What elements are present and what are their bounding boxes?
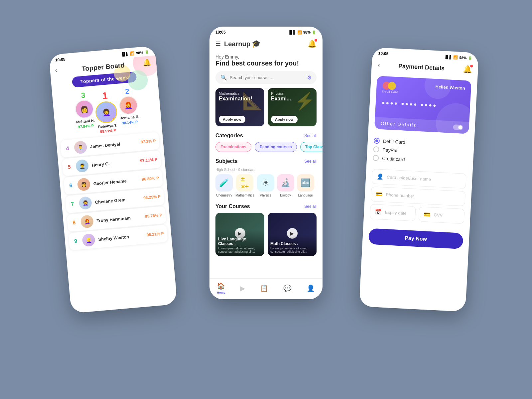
top3-container: 3 👩 Mehtani H. 97.84% P 1 👩‍🦱 👑 Rehanya … [52,82,162,139]
nav-video[interactable]: ▶ [240,284,245,292]
nav-profile[interactable]: 👤 [307,284,315,292]
rank-score-7: 96.25% P [143,194,161,200]
center-phone: 10:05 ▐▌▌ 📶 98% 🔋 ☰ Learnup 🎓 🔔 Hey Emmy… [209,27,323,299]
subject-biology[interactable]: 🔬 Biology [277,174,294,197]
rank-score-9: 95.21% P [146,231,164,237]
credit-card: Debit Card Hellen Waston ●●●● ●●●● ●●●● … [374,76,471,134]
avatar-rank3: 👩 [74,99,94,119]
card-logo [382,81,399,90]
right-phone-content: ‹ Payment Details 🔔 Debit Card Hellen Wa… [359,57,478,310]
expiry-field[interactable]: 📅 Expiry date [370,204,416,221]
physics-icon: ⚛ [257,174,274,192]
language-course-title: Live Language Classes : [218,237,262,246]
card-toggle[interactable] [453,124,463,130]
biology-icon: 🔬 [277,174,294,192]
search-bar[interactable]: 🔍 ⚙ [215,71,317,84]
wifi-icon-c: 📶 [297,30,302,35]
video-icon: ▶ [240,284,245,292]
card-other-label: Other Details [380,121,416,128]
left-phone: 10:05 ▐▌▌ 📶 98% 🔋 ‹ Topper Board 🔔 Toppe… [49,46,178,314]
status-icons-left: ▐▌▌ 📶 98% 🔋 [121,50,149,57]
wifi-icon: 📶 [130,51,135,56]
search-icon: 🔍 [220,74,227,81]
rank-avatar-9: 👱‍♀️ [82,233,95,247]
physics-apply-button[interactable]: Apply now [271,116,298,123]
profile-icon: 👤 [307,284,315,292]
cardholder-field[interactable]: 👤 Card holder/user name [371,169,466,189]
rank-avatar-5: 👨‍🎓 [75,159,89,173]
physics-label: Physics [260,194,271,197]
rank-score-8: 95.76% P [145,213,162,219]
greeting: Hey Emmy, [215,54,317,60]
subject-language[interactable]: 🔤 Language [297,174,314,197]
categories-header: Categories See all [209,131,323,142]
cvv-field[interactable]: 💳 CVV [418,206,465,224]
notification-bell[interactable]: 🔔 [143,58,152,67]
subjects-see-all[interactable]: See all [304,159,317,164]
student-name-rank3: Mehtani H. [76,118,95,124]
subject-mathematics[interactable]: ±×÷ Mathematics [235,174,254,197]
subject-physics[interactable]: ⚛ Physics [257,174,274,197]
back-button-payment[interactable]: ‹ [377,61,380,69]
notification-bell-payment[interactable]: 🔔 [463,65,472,74]
subjects-row: 🧪 Chemestry ±×÷ Mathematics ⚛ Physics 🔬 … [209,174,323,202]
time-right: 10:05 [378,51,388,56]
rank-num-4: 4 [64,145,71,152]
rank-badge-1: 1 [102,91,108,101]
radio-credit[interactable] [373,155,379,161]
subject-chemistry[interactable]: 🧪 Chemestry [215,174,233,197]
cardholder-placeholder: Card holder/user name [387,175,431,182]
course-card-math[interactable]: ▶ Math Classes : Lorem ipsum dolor sit a… [268,213,317,256]
rank-num-9: 9 [72,238,79,245]
course-card-language[interactable]: ▶ Live Language Classes : Lorem ipsum do… [215,213,264,256]
nav-notes[interactable]: 📋 [260,284,268,292]
avatar-img-rank3: 👩 [75,100,93,118]
expiry-placeholder: Expiry date [385,210,407,216]
nav-home[interactable]: 🏠 Home [217,282,225,294]
search-input[interactable] [230,75,304,80]
rank-list: 4 👨‍💼 Jemes Deniyel 97.2% P 5 👨‍🎓 Henry … [56,130,172,253]
rank-badge-3: 3 [81,91,85,99]
category-top[interactable]: Top Class [300,142,323,152]
notification-bell-center[interactable]: 🔔 [308,40,317,48]
language-icon: 🔤 [297,174,314,192]
category-pending[interactable]: Pending courses [255,142,297,152]
battery-icon-r: 🔋 [468,56,473,61]
cardholder-icon: 👤 [377,173,384,180]
subjects-subtitle: High School · 9 standard [209,168,323,174]
cvv-icon: 💳 [424,211,431,218]
learnup-header: ☰ Learnup 🎓 🔔 [209,36,323,52]
courses-see-all[interactable]: See all [304,204,317,209]
radio-paypal[interactable] [373,146,379,153]
logo-text: Learnup [224,40,250,48]
menu-icon[interactable]: ☰ [215,40,221,48]
battery-text-r: 98% [459,56,467,60]
language-label: Language [298,194,313,197]
card-type: Debit Card [382,89,398,94]
filter-icon[interactable]: ⚙ [307,74,312,81]
math-apply-button[interactable]: Apply now [219,116,245,123]
battery-text: 98% [136,51,144,55]
card-top: Debit Card Hellen Waston [382,81,465,97]
radio-debit[interactable] [373,138,380,144]
avatar-img-rank2: 👩‍🦰 [119,96,137,114]
pay-now-button[interactable]: Pay Now [368,228,464,249]
chemistry-icon: 🧪 [215,174,233,192]
card-logo-circle-2 [388,82,396,90]
phone-field[interactable]: 💳 Phone number [370,187,466,206]
expiry-cvv-row: 📅 Expiry date 💳 CVV [370,204,465,224]
rank-name-5: Henry G. [91,159,137,168]
nav-chat[interactable]: 💬 [283,284,292,292]
math-label: Mathematics [235,194,254,197]
subjects-header: Subjects See all [209,157,323,168]
category-examinations[interactable]: Examinations [215,142,251,152]
status-icons-right: ▐▌▌ 📶 98% 🔋 [444,55,473,60]
top3-rank1: 1 👩‍🦱 👑 Rehanya T. 98.51% P [94,90,119,134]
battery-icon-c: 🔋 [312,30,317,35]
rank-score-6: 96.80% P [142,176,159,182]
top3-rank3: 3 👩 Mehtani H. 97.84% P [73,91,95,129]
categories-see-all[interactable]: See all [304,133,317,138]
card-number: ●●●● ●●●● ●●●● [381,100,464,110]
payment-title: Payment Details [398,63,445,72]
categories-title: Categories [215,133,243,139]
